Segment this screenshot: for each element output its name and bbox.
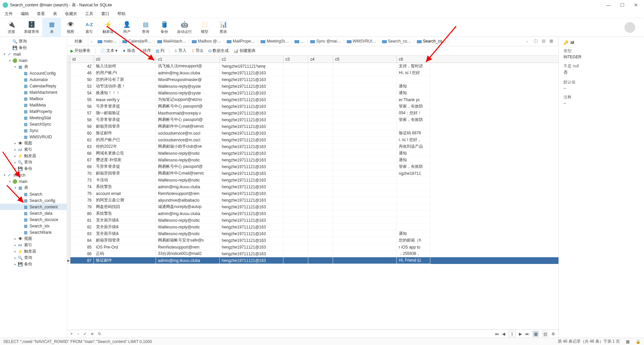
cell[interactable] bbox=[308, 163, 333, 170]
cell[interactable]: hengzhe19711121@163 bbox=[220, 170, 283, 177]
cell[interactable] bbox=[308, 117, 333, 123]
cell[interactable]: 换通知！！！ bbox=[94, 90, 156, 96]
table-row[interactable]: 84邮箱异国登录网易邮箱帐号安全safe@shengzhe19711121@16… bbox=[67, 237, 558, 244]
col-header-c5[interactable]: c5 bbox=[333, 56, 397, 63]
table-row[interactable]: 53动节活动持-惠！Walllessno-reply@systehengzhe1… bbox=[67, 83, 558, 90]
table-row[interactable]: 83宽全面升级&Walllessno-reply@notichengzhe197… bbox=[67, 230, 558, 237]
cell[interactable]: er:Thank yc bbox=[397, 96, 430, 103]
cell[interactable]: 系统警告 bbox=[94, 210, 156, 217]
cell[interactable] bbox=[333, 96, 397, 103]
cell[interactable]: WordPresspostmaster@ bbox=[156, 76, 220, 83]
cell[interactable]: 57 bbox=[70, 110, 94, 117]
tree-twisty[interactable]: ▸ bbox=[13, 237, 17, 240]
page-number[interactable]: 1 bbox=[508, 331, 516, 337]
cell[interactable] bbox=[308, 143, 333, 150]
cell[interactable]: 宽全面升级& bbox=[94, 224, 156, 230]
cell[interactable] bbox=[308, 110, 333, 117]
tree-SearchSync[interactable]: ▸▦SearchSync bbox=[0, 121, 67, 127]
cell[interactable]: 讯飞输入法imesupport@ bbox=[156, 63, 220, 70]
tree-twisty[interactable]: ▸ bbox=[13, 148, 17, 151]
cell[interactable] bbox=[283, 83, 308, 90]
tab-3[interactable]: Mailbox @… bbox=[189, 39, 224, 44]
tree-WMSVRUID[interactable]: ▸▦WMSVRUID bbox=[0, 134, 67, 140]
tree-main[interactable]: ▾🟢main bbox=[0, 178, 67, 185]
cell[interactable]: 邮箱异国登录 bbox=[94, 237, 156, 244]
cell[interactable]: hengzhe19711121@163 bbox=[220, 70, 283, 76]
tree-twisty[interactable]: ▸ bbox=[13, 160, 17, 164]
cell[interactable]: admin@mg.ikuuu.cluba bbox=[156, 184, 220, 190]
cell[interactable]: 网易邮箱小助手club@se bbox=[156, 143, 220, 150]
cell[interactable] bbox=[397, 197, 430, 204]
cell[interactable] bbox=[308, 170, 333, 177]
tool-连接[interactable]: 🔌连接 bbox=[2, 18, 21, 37]
cell[interactable]: 骁—邮箱验证 bbox=[94, 110, 156, 117]
tool-备份[interactable]: 🛢️备份 bbox=[155, 18, 174, 37]
cell[interactable]: 再收到该产品 bbox=[397, 143, 430, 150]
tree-Search_data[interactable]: ▸▦Search_data bbox=[0, 210, 67, 216]
menu-7[interactable]: 帮助 bbox=[117, 11, 125, 17]
cell[interactable] bbox=[333, 163, 397, 170]
cell[interactable]: hengzhe19711121@163 bbox=[220, 117, 283, 123]
tree-视图[interactable]: ▸👁️视图 bbox=[0, 140, 67, 146]
tree-Search_config[interactable]: ▸▦Search_config bbox=[0, 197, 67, 204]
cell[interactable]: ngzhe19711 bbox=[397, 170, 430, 177]
cell[interactable]: hengzhe19711121@163 bbox=[220, 137, 283, 143]
menu-2[interactable]: 查看 bbox=[37, 11, 45, 17]
cell[interactable] bbox=[308, 63, 333, 70]
tool-模型[interactable]: ⬚模型 bbox=[195, 18, 214, 37]
tree-索引[interactable]: ▸AZ索引 bbox=[0, 242, 67, 248]
cell[interactable] bbox=[283, 163, 308, 170]
cell[interactable] bbox=[333, 257, 397, 264]
tree-twisty[interactable]: ▾ bbox=[7, 180, 12, 183]
tab-2[interactable]: MailAttach… bbox=[155, 39, 189, 44]
cell[interactable]: 正码 bbox=[94, 251, 156, 257]
tree-MailMeta[interactable]: ▸▦MailMeta bbox=[0, 102, 67, 108]
cell[interactable] bbox=[308, 210, 333, 217]
cell[interactable]: hengzhe19711121@163 bbox=[220, 257, 283, 264]
cell[interactable] bbox=[283, 123, 308, 130]
cell[interactable] bbox=[283, 117, 308, 123]
cell[interactable] bbox=[397, 177, 430, 184]
menu-1[interactable]: 编辑 bbox=[21, 11, 29, 17]
cell[interactable]: Walllessno-reply@syste bbox=[156, 83, 220, 90]
table-row[interactable]: 57骁—邮箱验证Maxthonmail@noreply.vhengzhe1971… bbox=[67, 110, 558, 117]
cell[interactable]: Walllessno-reply@notic bbox=[156, 224, 220, 230]
tab-0[interactable]: mato… bbox=[95, 39, 120, 44]
table-row[interactable]: 74系统警告admin@mg.ikuuu.clubahengzhe1971112… bbox=[67, 184, 558, 190]
cell[interactable] bbox=[333, 157, 397, 163]
cell[interactable] bbox=[308, 103, 333, 110]
cell[interactable]: hengzhe19711121@163 bbox=[220, 150, 283, 157]
tree-备份[interactable]: ▸💾备份 bbox=[0, 45, 67, 51]
cell[interactable] bbox=[333, 130, 397, 137]
cell[interactable] bbox=[308, 204, 333, 210]
last-page-button[interactable]: ⏭ bbox=[525, 332, 529, 336]
cell[interactable] bbox=[283, 190, 308, 197]
cell[interactable]: 网易帐号中心 passport@ bbox=[156, 163, 220, 170]
cell[interactable] bbox=[333, 251, 397, 257]
tree-MeetingStat[interactable]: ▸▦MeetingStat bbox=[0, 115, 67, 121]
tree-Search_content[interactable]: ▸▦Search_content bbox=[0, 204, 67, 210]
cell[interactable] bbox=[333, 117, 397, 123]
cell[interactable]: 87 bbox=[70, 257, 94, 264]
form-view-icon[interactable]: ▦ bbox=[549, 39, 553, 44]
cell[interactable] bbox=[283, 204, 308, 210]
tree-MailProperty[interactable]: ▸▦MailProperty bbox=[0, 108, 67, 115]
cell[interactable]: 号异常登录提 bbox=[94, 117, 156, 123]
cell[interactable]: 33台词notice001@mail2 bbox=[156, 251, 220, 257]
action-列[interactable]: ▥列 bbox=[156, 48, 164, 54]
col-header-c4[interactable]: c4 bbox=[308, 56, 333, 63]
cell[interactable]: hengzhe19711121@163 bbox=[220, 224, 283, 230]
cell[interactable] bbox=[308, 190, 333, 197]
add-row-button[interactable]: + bbox=[70, 332, 73, 336]
col-header-c6[interactable]: c6 bbox=[397, 56, 430, 63]
cell[interactable] bbox=[283, 90, 308, 96]
action-排序[interactable]: ↕排序 bbox=[140, 48, 151, 54]
tree-备份[interactable]: ▸💾备份 bbox=[0, 261, 67, 267]
cell[interactable]: hengzhe19711121@163 bbox=[220, 157, 283, 163]
cell[interactable] bbox=[333, 197, 397, 204]
cell[interactable] bbox=[333, 76, 397, 83]
table-row[interactable]: 58号异常登录提网易帐号中心 passport@hengzhe19711121@… bbox=[67, 117, 558, 123]
cell[interactable]: 通知 bbox=[397, 230, 430, 237]
table-row[interactable]: 69号异常登录提网易帐号中心 passport@hengzhe19711121@… bbox=[67, 163, 558, 170]
cell[interactable] bbox=[283, 237, 308, 244]
